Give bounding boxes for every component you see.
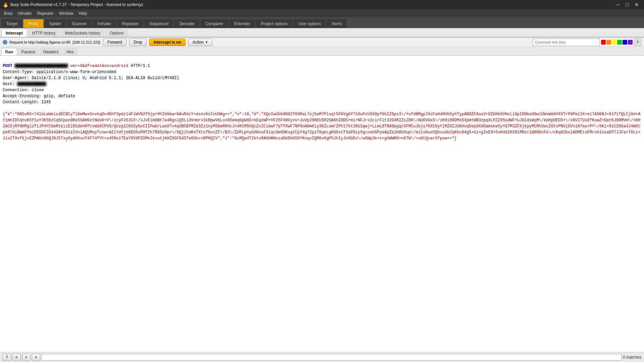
request-body: {"k":"RA5uRX+74lbLaWelzdECBCyT16mMwxSnvk… (3, 112, 640, 141)
tab-decoder[interactable]: Decoder (174, 19, 200, 28)
tab-scanner[interactable]: Scanner (67, 19, 92, 28)
content-tab-hex[interactable]: Hex (63, 48, 77, 55)
tab-sequencer[interactable]: Sequencer (144, 19, 174, 28)
help-icon-button[interactable]: ? (634, 39, 641, 46)
sub-tabs: Intercept HTTP history WebSockets histor… (0, 28, 644, 38)
next-button[interactable]: > (32, 354, 40, 361)
subtab-http-history[interactable]: HTTP history (28, 29, 60, 37)
color-dot-yellow[interactable] (612, 40, 616, 45)
add-button[interactable]: + (22, 354, 31, 361)
color-dot-orange[interactable] (606, 40, 611, 45)
content-tab-raw[interactable]: Raw (1, 48, 17, 55)
tab-proxy[interactable]: Proxy (23, 19, 44, 28)
request-content[interactable]: POST ██████████████████████ ver=0&df=ada… (0, 56, 644, 352)
color-dot-purple[interactable] (628, 40, 633, 45)
drop-button[interactable]: Drop (129, 39, 147, 46)
minimize-button[interactable]: ─ (614, 0, 623, 9)
search-input[interactable] (42, 354, 622, 361)
http-version: HTTP/1.1 (128, 64, 150, 68)
menu-repeater[interactable]: Repeater (35, 9, 56, 17)
tab-repeater[interactable]: Repeater (117, 19, 144, 28)
tab-project-options[interactable]: Project options (256, 19, 292, 28)
intercept-bar: Request to http://sdklog.9game.cn:80 [10… (0, 38, 644, 47)
tab-user-options[interactable]: User options (293, 19, 326, 28)
close-button[interactable]: ✕ (632, 0, 641, 9)
menu-window[interactable]: Window (56, 9, 76, 17)
menu-bar: Burp Intruder Repeater Window Help (0, 9, 644, 17)
tab-extender[interactable]: Extender (229, 19, 255, 28)
request-info-text: Request to http://sdklog.9game.cn:80 [10… (9, 40, 100, 44)
color-dot-red[interactable] (601, 40, 606, 45)
color-picker (601, 40, 633, 45)
status-bar: ? < + > 0 matches (0, 352, 644, 362)
content-tab-params[interactable]: Params (18, 48, 39, 55)
subtab-intercept[interactable]: Intercept (1, 29, 27, 37)
tab-target[interactable]: Target (1, 19, 22, 28)
url-blurred: ██████████████████████ (15, 64, 70, 68)
comment-input[interactable] (533, 39, 600, 46)
content-tab-headers[interactable]: Headers (40, 48, 62, 55)
title-bar: 🔥 Burp Suite Professional v1.7.37 - Temp… (0, 0, 644, 9)
title-bar-text: Burp Suite Professional v1.7.37 - Tempor… (10, 2, 143, 7)
menu-intruder[interactable]: Intruder (15, 9, 34, 17)
menu-help[interactable]: Help (76, 9, 90, 17)
tab-comparer[interactable]: Comparer (201, 19, 228, 28)
tab-intruder[interactable]: Intruder (92, 19, 116, 28)
action-dropdown-icon: ▼ (205, 41, 208, 44)
subtab-websockets-history[interactable]: WebSockets history (60, 29, 105, 37)
shield-icon (3, 40, 7, 45)
http-method: POST (3, 64, 15, 68)
app-icon: 🔥 (3, 2, 8, 7)
title-bar-controls: ─ □ ✕ (614, 0, 641, 9)
title-bar-left: 🔥 Burp Suite Professional v1.7.37 - Temp… (3, 2, 143, 7)
color-dot-green[interactable] (617, 40, 622, 45)
content-tabs: Raw Params Headers Hex (0, 47, 644, 56)
maximize-button[interactable]: □ (623, 0, 631, 9)
forward-button[interactable]: Forward (103, 39, 126, 46)
status-help-button[interactable]: ? (3, 354, 11, 361)
header-content-type: Content-Type: application/x-www-form-url… (3, 70, 179, 105)
matches-text: 0 matches (623, 355, 641, 360)
tab-spider[interactable]: Spider (44, 19, 66, 28)
url-params: ver=0&df=adat&os=android (70, 64, 128, 68)
subtab-options[interactable]: Options (105, 29, 128, 37)
main-tabs: Target Proxy Spider Scanner Intruder Rep… (0, 17, 644, 28)
prev-button[interactable]: < (12, 354, 21, 361)
tab-alerts[interactable]: Alerts (327, 19, 347, 28)
menu-burp[interactable]: Burp (1, 9, 15, 17)
action-button[interactable]: Action ▼ (188, 39, 212, 46)
intercept-on-button[interactable]: Intercept is on (149, 39, 185, 46)
request-info: Request to http://sdklog.9game.cn:80 [10… (3, 40, 100, 45)
host-blurred: ████████████ (17, 82, 46, 86)
comment-area: ? (533, 39, 641, 46)
color-dot-blue[interactable] (623, 40, 627, 45)
